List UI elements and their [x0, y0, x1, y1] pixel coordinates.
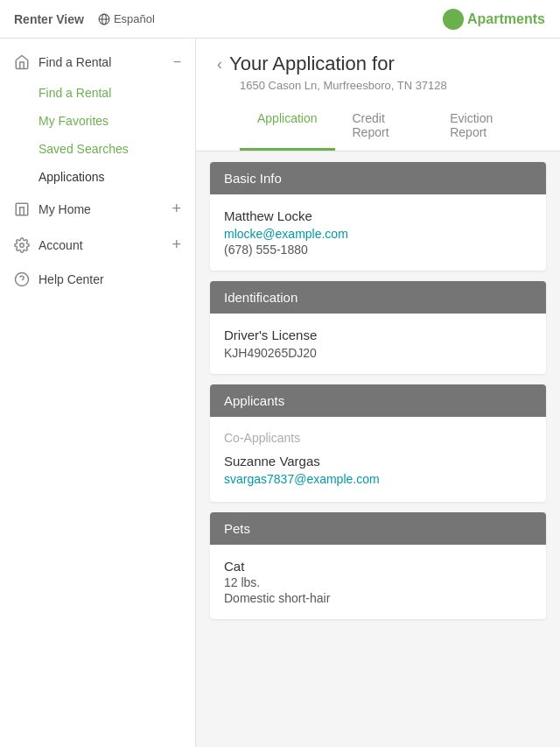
pets-section: Pets Cat 12 lbs. Domestic short-hair	[210, 512, 546, 619]
back-row: ‹ Your Application for	[217, 53, 539, 75]
applicant-phone: (678) 555-1880	[224, 243, 532, 257]
content-area: ‹ Your Application for 1650 Cason Ln, Mu…	[196, 39, 560, 747]
top-nav-left: Renter View Español	[14, 12, 155, 26]
sidebar-item-account[interactable]: Account +	[0, 227, 195, 263]
co-applicant-name: Suzanne Vargas	[224, 454, 532, 469]
tabs-bar: Application Credit Report Eviction Repor…	[240, 102, 539, 151]
my-home-expand-icon[interactable]: +	[172, 200, 181, 218]
building-icon	[14, 201, 30, 217]
svg-point-3	[443, 9, 464, 30]
sidebar-item-help-center[interactable]: Help Center	[0, 263, 195, 296]
svg-text:Apartments: Apartments	[467, 11, 545, 26]
sidebar-sub-applications[interactable]: Applications	[0, 163, 195, 191]
applicants-section: Applicants Co-Applicants Suzanne Vargas …	[210, 384, 546, 502]
svg-point-6	[20, 243, 24, 247]
language-selector[interactable]: Español	[98, 12, 155, 25]
page-title: Your Application for	[229, 53, 395, 75]
co-applicants-label: Co-Applicants	[224, 431, 532, 445]
applicant-name: Matthew Locke	[224, 208, 532, 223]
gear-icon	[14, 237, 30, 253]
apartments-logo: Apartments	[441, 7, 546, 32]
main-layout: Find a Rental − Find a Rental My Favorit…	[0, 39, 560, 747]
content-header: ‹ Your Application for 1650 Cason Ln, Mu…	[196, 39, 560, 152]
address-subtitle: 1650 Cason Ln, Murfreesboro, TN 37128	[240, 79, 539, 92]
applicant-email[interactable]: mlocke@example.com	[224, 227, 532, 241]
help-icon	[14, 271, 30, 287]
my-home-label: My Home	[38, 202, 91, 216]
find-rental-label: Find a Rental	[38, 55, 111, 69]
id-number: KJH490265DJ20	[224, 346, 532, 360]
pets-header: Pets	[210, 512, 546, 545]
pet-breed: Domestic short-hair	[224, 591, 532, 605]
sidebar-sub-saved-searches[interactable]: Saved Searches	[0, 135, 195, 163]
account-expand-icon[interactable]: +	[172, 236, 181, 254]
identification-body: Driver's License KJH490265DJ20	[210, 314, 546, 374]
sidebar: Find a Rental − Find a Rental My Favorit…	[0, 39, 196, 747]
identification-header: Identification	[210, 281, 546, 314]
top-nav: Renter View Español Apartments	[0, 0, 560, 39]
co-applicant-email[interactable]: svargas7837@example.com	[224, 472, 532, 486]
sidebar-item-find-rental[interactable]: Find a Rental −	[0, 46, 195, 79]
account-label: Account	[38, 238, 83, 252]
basic-info-body: Matthew Locke mlocke@example.com (678) 5…	[210, 194, 546, 271]
basic-info-section: Basic Info Matthew Locke mlocke@example.…	[210, 162, 546, 271]
pets-body: Cat 12 lbs. Domestic short-hair	[210, 545, 546, 619]
applicants-header: Applicants	[210, 384, 546, 417]
help-center-label: Help Center	[38, 272, 104, 286]
home-icon	[14, 54, 30, 70]
pet-type: Cat	[224, 559, 532, 574]
basic-info-header: Basic Info	[210, 162, 546, 194]
pet-weight: 12 lbs.	[224, 575, 532, 589]
sidebar-sub-my-favorites[interactable]: My Favorites	[0, 107, 195, 135]
svg-rect-5	[16, 203, 28, 215]
tab-eviction-report[interactable]: Eviction Report	[432, 102, 539, 151]
tab-credit-report[interactable]: Credit Report	[335, 102, 433, 151]
identification-section: Identification Driver's License KJH49026…	[210, 281, 546, 374]
back-arrow-icon[interactable]: ‹	[217, 55, 222, 74]
sidebar-sub-find-rental[interactable]: Find a Rental	[0, 79, 195, 107]
id-type: Driver's License	[224, 328, 532, 342]
globe-icon	[98, 13, 110, 25]
applicants-body: Co-Applicants Suzanne Vargas svargas7837…	[210, 417, 546, 502]
tab-application[interactable]: Application	[240, 102, 335, 151]
renter-view-label: Renter View	[14, 12, 84, 26]
collapse-icon[interactable]: −	[173, 55, 181, 69]
language-label: Español	[114, 12, 155, 25]
find-rental-section: Find a Rental − Find a Rental My Favorit…	[0, 46, 195, 191]
sidebar-item-my-home[interactable]: My Home +	[0, 191, 195, 227]
